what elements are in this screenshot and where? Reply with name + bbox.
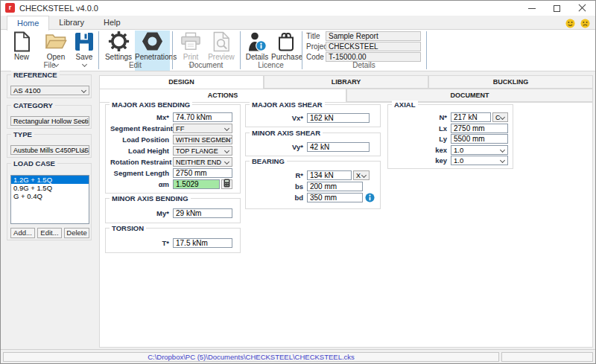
ly-label: Ly	[393, 135, 451, 143]
status-right-panel	[501, 352, 593, 362]
vy-label: Vy*	[250, 143, 307, 151]
segment-length-input[interactable]	[173, 168, 232, 178]
reference-group: REFERENCE AS 4100	[7, 74, 92, 98]
window-title: CHECKSTEEL v4.0.0	[19, 4, 98, 13]
load-case-item[interactable]: 1.2G + 1.5Q	[11, 176, 89, 184]
lx-input[interactable]	[451, 124, 508, 133]
reference-select[interactable]: AS 4100	[10, 86, 89, 95]
chevron-down-icon	[361, 173, 367, 178]
tab-actions[interactable]: ACTIONS	[99, 89, 346, 102]
type-group-title: TYPE	[11, 130, 34, 138]
load-case-item[interactable]: G + 0.4Q	[11, 192, 89, 200]
chevron-down-icon	[224, 148, 229, 153]
settings-button[interactable]: Settings	[102, 31, 135, 61]
alpha-m-calculate-button[interactable]	[221, 179, 232, 189]
kex-select[interactable]: 1.0	[451, 145, 508, 155]
category-select[interactable]: Rectangular Hollow Section	[10, 116, 89, 126]
key-label: key	[393, 156, 451, 165]
type-select[interactable]: Austube Mills C450PLUS	[10, 145, 89, 155]
minor-axis-bending-group: MINOR AXIS BENDING My*	[105, 198, 241, 223]
category-group-title: CATEGORY	[11, 101, 55, 109]
key-select[interactable]: 1.0	[451, 156, 508, 165]
status-path-panel: C:\Dropbox\PC (5)\Documents\CHECKSTEEL\C…	[3, 352, 499, 362]
preview-magnifier-icon	[206, 31, 237, 52]
load-case-item[interactable]: 0.9G + 1.5Q	[11, 184, 89, 192]
chevron-down-icon	[81, 88, 86, 93]
load-position-label: Load Position	[110, 135, 173, 144]
r-axis-value: X	[356, 172, 361, 179]
edit-load-case-button[interactable]: Edit...	[37, 228, 62, 238]
my-input[interactable]	[173, 208, 232, 218]
bs-label: bs	[250, 182, 307, 191]
tab-design[interactable]: DESIGN	[99, 75, 264, 89]
maximize-icon	[554, 5, 560, 12]
new-button[interactable]: New	[6, 31, 37, 61]
close-button[interactable]	[570, 1, 595, 16]
open-folder-icon	[39, 31, 72, 52]
type-select-value: Austube Mills C450PLUS	[13, 147, 89, 154]
minimize-button[interactable]	[519, 1, 545, 16]
project-field[interactable]	[326, 42, 421, 51]
lx-label: Lx	[393, 124, 451, 132]
r-input[interactable]	[307, 170, 352, 180]
n-type-select[interactable]: C	[492, 112, 508, 122]
segment-length-label: Segment Length	[110, 169, 173, 177]
printer-icon	[177, 31, 205, 52]
ribbon: New Open Save Settings Penetrations Prin…	[1, 30, 595, 71]
title-field[interactable]	[326, 31, 421, 41]
key-value: 1.0	[454, 156, 463, 165]
add-load-case-button[interactable]: Add...	[10, 228, 35, 238]
bearing-group: BEARING R* X bs bd	[245, 161, 381, 209]
load-position-select[interactable]: WITHIN SEGMENT	[173, 135, 232, 144]
tab-buckling[interactable]: BUCKLING	[428, 75, 593, 89]
mx-input[interactable]	[173, 112, 232, 122]
bd-input[interactable]	[307, 193, 363, 202]
current-file-path: C:\Dropbox\PC (5)\Documents\CHECKSTEEL\C…	[4, 353, 498, 361]
axial-group: AXIAL N* C Lx Ly kex 1.0 key 1.0	[387, 104, 513, 169]
ly-input[interactable]	[451, 134, 508, 144]
t-label: T*	[110, 239, 173, 247]
bs-input[interactable]	[307, 182, 363, 191]
chevron-down-icon	[224, 159, 229, 165]
category-select-value: Rectangular Hollow Section	[13, 118, 89, 125]
t-input[interactable]	[173, 238, 232, 248]
chevron-down-icon	[500, 115, 505, 120]
vy-input[interactable]	[307, 142, 370, 152]
vx-input[interactable]	[307, 113, 370, 123]
major-axis-shear-group: MAJOR AXIS SHEAR Vx*	[245, 104, 381, 127]
segment-restraint-select[interactable]: FF	[173, 124, 232, 133]
delete-load-case-button[interactable]: Delete	[64, 228, 89, 238]
alpha-m-input[interactable]	[173, 179, 220, 189]
menu-tab-library[interactable]: Library	[49, 16, 94, 30]
app-logo-icon: r	[5, 3, 15, 13]
shopping-bag-icon	[271, 31, 301, 52]
preview-button[interactable]: Preview	[206, 31, 237, 61]
close-icon	[578, 4, 587, 13]
menu-bar: Home Library Help	[1, 16, 595, 30]
ribbon-separator	[426, 31, 427, 69]
reference-group-title: REFERENCE	[11, 71, 60, 79]
hex-nut-icon	[135, 31, 170, 52]
n-label: N*	[393, 113, 451, 121]
menu-tab-help[interactable]: Help	[94, 16, 130, 30]
tab-document[interactable]: DOCUMENT	[346, 89, 593, 102]
group-label-document: Document	[172, 61, 240, 69]
category-group: CATEGORY Rectangular Hollow Section	[7, 105, 92, 129]
segment-restraint-value: FF	[176, 124, 185, 132]
chevron-down-icon	[500, 158, 505, 163]
title-bar: r CHECKSTEEL v4.0.0	[1, 1, 595, 16]
rotation-restraint-select[interactable]: NEITHER END	[173, 157, 232, 167]
maximize-button[interactable]	[545, 1, 570, 16]
bd-info-icon[interactable]	[365, 193, 375, 202]
tab-library[interactable]: LIBRARY	[264, 75, 428, 89]
load-height-select[interactable]: TOP FLANGE	[173, 146, 232, 156]
n-input[interactable]	[451, 112, 491, 122]
purchase-button[interactable]: Purchase	[271, 31, 301, 61]
r-axis-select[interactable]: X	[353, 170, 370, 180]
menu-tab-home[interactable]: Home	[7, 16, 49, 31]
minor-axis-shear-title: MINOR AXIS SHEAR	[250, 129, 323, 137]
details-button[interactable]: Details	[243, 31, 271, 61]
status-bar: C:\Dropbox\PC (5)\Documents\CHECKSTEEL\C…	[1, 349, 595, 363]
group-label-licence: Licence	[240, 61, 302, 69]
bearing-title: BEARING	[250, 157, 287, 165]
